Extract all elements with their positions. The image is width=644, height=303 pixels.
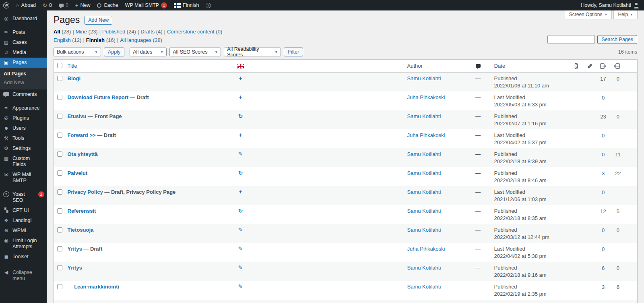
cache-menu-item[interactable]: Cache [97,2,118,8]
row-checkbox[interactable] [57,189,62,195]
author-link[interactable]: Samu Kotilahti [407,113,441,119]
page-title-link[interactable]: Tietosuoja [68,227,94,233]
sidebar-item-limit-login-attempts[interactable]: ◉Limit Login Attempts [0,236,47,252]
edit-translation-icon[interactable]: ✎ [235,227,246,232]
sidebar-item-wp-mail-smtp[interactable]: ✉WP Mail SMTP [0,170,47,186]
row-checkbox[interactable] [57,246,62,251]
sidebar-item-pages[interactable]: ▣Pages [0,58,47,68]
author-link[interactable]: Samu Kotilahti [407,265,441,271]
row-checkbox[interactable] [57,76,62,81]
edit-translation-icon[interactable]: ✎ [235,265,246,270]
view-link[interactable]: Mine [76,29,87,35]
page-title-link[interactable]: Lean-markkinointi [74,284,119,290]
sidebar-item-comments[interactable]: Comments [0,89,47,100]
sidebar-item-settings[interactable]: ⚙Settings [0,143,47,154]
site-name-menu-item[interactable]: ⌂Aboad [16,2,36,8]
update-translation-icon[interactable]: ↻ [235,113,246,119]
sidebar-item-custom-fields[interactable]: ▦Custom Fields [0,154,47,170]
language-view-link[interactable]: English [54,37,71,43]
author-link[interactable]: Juha Pihkakoski [407,94,445,100]
author-link[interactable]: Samu Kotilahti [407,170,441,176]
add-translation-icon[interactable]: + [235,75,246,81]
row-checkbox[interactable] [57,208,62,214]
updates-menu-item[interactable]: ↻8 [43,2,52,8]
page-title-link[interactable]: Download Future Report [68,94,129,100]
sidebar-item-dashboard[interactable]: ◎Dashboard [0,14,47,24]
page-title-link[interactable]: Etusivu [68,113,87,119]
row-checkbox[interactable] [57,133,62,138]
wp-mail-smtp-menu-item[interactable]: WP Mail SMTP1 [125,2,167,8]
page-title-link[interactable]: Forward >> [68,132,96,138]
view-link[interactable]: Published [102,29,125,35]
row-checkbox[interactable] [57,95,62,100]
view-link[interactable]: Cornerstone content [167,29,215,35]
update-translation-icon[interactable]: ↻ [235,208,246,214]
view-link[interactable]: Drafts [140,29,155,35]
author-link[interactable]: Samu Kotilahti [407,75,441,81]
date-column-header[interactable]: Date [494,63,505,69]
author-link[interactable]: Samu Kotilahti [407,151,441,157]
seo-scores-select[interactable]: All SEO Scores▼ [169,48,221,56]
author-link[interactable]: Juha Pihkakoski [407,246,445,252]
dates-select[interactable]: All dates▼ [130,48,167,56]
author-link[interactable]: Samu Kotilahti [407,284,441,290]
page-title-link[interactable]: Yritys [68,265,82,271]
author-link[interactable]: Samu Kotilahti [407,189,441,195]
search-pages-button[interactable]: Search Pages [597,35,637,44]
sidebar-item-media[interactable]: ♫Media [0,48,47,58]
language-menu-item[interactable]: Finnish [174,2,199,8]
title-column-header[interactable]: Title [68,63,77,69]
language-view-link[interactable]: All languages [120,37,151,43]
sidebar-item-collapse-menu[interactable]: ◀Collapse menu [0,268,47,284]
page-title-link[interactable]: Yritys [68,246,82,252]
page-title-link[interactable]: Palvelut [68,170,88,176]
my-account-menu-item[interactable]: Howdy, Samu Kotilahti [581,2,639,8]
page-title-link[interactable]: Blogi [68,75,81,81]
sidebar-item-cases[interactable]: ▤Cases [0,37,47,48]
search-input[interactable] [547,35,595,44]
comments-menu-item[interactable]: 0 [59,2,68,8]
page-title-link[interactable]: Ota yhteyttä [68,151,98,157]
readability-scores-select[interactable]: All Readability Scores▼ [224,48,281,56]
help-button[interactable]: Help▼ [613,10,638,19]
filter-button[interactable]: Filter [284,48,303,56]
row-checkbox[interactable] [57,152,62,157]
sidebar-item-wpml[interactable]: ⊕WPML [0,226,47,236]
edit-translation-icon[interactable]: ✎ [235,246,246,251]
submenu-item-all-pages[interactable]: All Pages [0,69,47,78]
sidebar-item-plugins[interactable]: ✇Plugins [0,113,47,123]
sidebar-item-yoast-seo[interactable]: YYoast SEO2 [0,189,47,205]
sidebar-item-appearance[interactable]: ✒Appearance [0,103,47,113]
add-new-button[interactable]: Add New [85,16,112,25]
new-menu-item[interactable]: +New [75,2,91,8]
submenu-item-add-new[interactable]: Add New [0,78,47,87]
sidebar-item-users[interactable]: ☻Users [0,123,47,133]
wordpress-menu-item[interactable]: W [3,2,9,8]
screen-options-button[interactable]: Screen Options▼ [565,10,612,19]
row-checkbox[interactable] [57,284,62,289]
add-translation-icon[interactable]: + [235,189,246,195]
row-checkbox[interactable] [57,265,62,270]
row-checkbox[interactable] [57,227,62,232]
author-link[interactable]: Juha Pihkakoski [407,132,445,138]
help-menu-item[interactable]: ? [206,3,211,8]
bulk-actions-select[interactable]: Bulk actions▼ [54,48,101,56]
author-link[interactable]: Samu Kotilahti [407,208,441,214]
page-title-link[interactable]: Privacy Policy [68,189,103,195]
page-title-link[interactable]: Referenssit [68,208,96,214]
apply-button[interactable]: Apply [104,48,124,56]
edit-translation-icon[interactable]: ✎ [235,284,246,289]
row-checkbox[interactable] [57,114,62,119]
author-link[interactable]: Samu Kotilahti [407,227,441,233]
row-checkbox[interactable] [57,170,62,176]
sidebar-item-landingi[interactable]: ❖Landingi [0,216,47,226]
add-translation-icon[interactable]: + [235,132,246,138]
update-translation-icon[interactable]: ↻ [235,170,246,176]
sidebar-item-cpt-ui[interactable]: ▚CPT UI [0,205,47,216]
select-all-checkbox[interactable] [57,63,62,68]
sidebar-item-toolset[interactable]: ◼Toolset [0,252,47,262]
add-translation-icon[interactable]: + [235,94,246,100]
sidebar-item-posts[interactable]: ✏Posts [0,27,47,37]
edit-translation-icon[interactable]: ✎ [235,151,246,157]
sidebar-item-tools[interactable]: ⚒Tools [0,133,47,143]
